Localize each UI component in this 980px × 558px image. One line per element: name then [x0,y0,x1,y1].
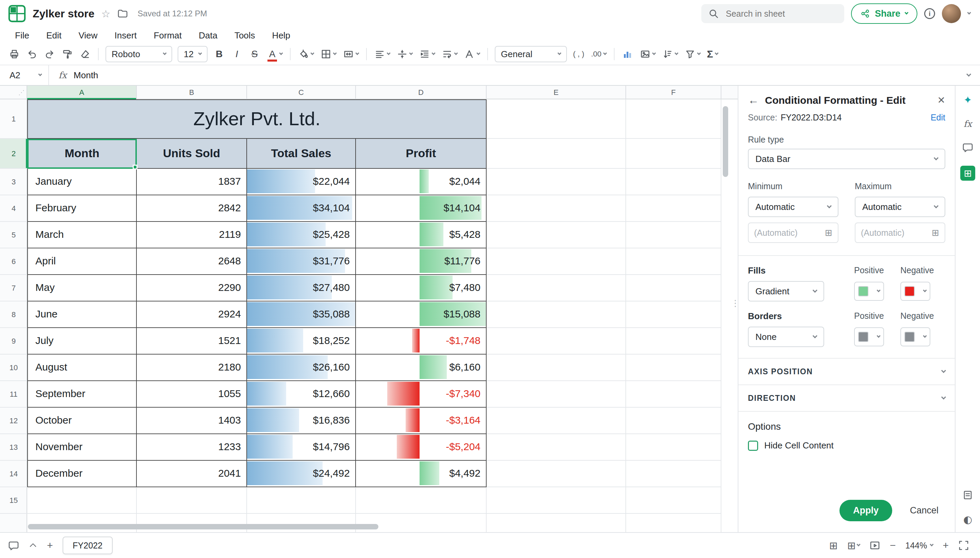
italic-button[interactable]: I [228,45,246,63]
rule-type-select[interactable]: Data Bar [748,149,945,169]
cell-E1[interactable] [487,99,626,139]
insert-image-button[interactable] [636,45,659,63]
cell-D6[interactable]: $11,776 [356,248,487,275]
cell-D14[interactable]: $4,492 [356,461,487,487]
zoom-level-select[interactable]: 144% [906,541,933,550]
comma-format-button[interactable]: ( , ) [570,45,588,63]
menu-data[interactable]: Data [199,30,217,41]
negative-fill-swatch-select[interactable] [900,282,930,301]
cell-C9[interactable]: $18,252 [247,328,356,354]
cell-C15[interactable] [247,487,356,514]
cell-E16[interactable] [487,514,626,532]
fill-color-button[interactable] [295,45,317,63]
vertical-align-button[interactable] [393,45,416,63]
cell-E12[interactable] [487,408,626,434]
cell-E13[interactable] [487,434,626,461]
row-header-5[interactable]: 5 [0,222,27,248]
cell-D10[interactable]: $6,160 [356,354,487,381]
cell-D2[interactable]: Profit [356,139,487,169]
cell-C11[interactable]: $12,660 [247,381,356,408]
cell-B12[interactable]: 1403 [137,408,247,434]
cell-F3[interactable] [626,169,721,195]
cell-F11[interactable] [626,381,721,408]
cell-F2[interactable] [626,139,721,169]
column-header-C[interactable]: C [247,86,356,99]
cell-E7[interactable] [487,275,626,302]
cell-F14[interactable] [626,461,721,487]
sum-button[interactable]: Σ [704,45,721,63]
cell-A5[interactable]: March [27,222,137,248]
cell-C4[interactable]: $34,104 [247,195,356,222]
sheet-tab-fy2022[interactable]: FY2022 [62,537,113,554]
cell-C6[interactable]: $31,776 [247,248,356,275]
borders-select[interactable]: None [748,327,824,347]
folder-icon[interactable] [117,8,128,19]
cell-F8[interactable] [626,302,721,328]
horizontal-scrollbar[interactable] [28,524,378,529]
cell-E8[interactable] [487,302,626,328]
cell-E11[interactable] [487,381,626,408]
cell-F6[interactable] [626,248,721,275]
formula-bar-expand-icon[interactable] [966,72,971,77]
maximum-select[interactable]: Automatic [855,197,945,217]
row-header-2[interactable]: 2 [0,139,27,169]
cell-B3[interactable]: 1837 [137,169,247,195]
text-rotate-button[interactable] [461,45,483,63]
sheet-grid[interactable]: ⋰ ABCDEF123456789101112131415Zylker Pvt.… [0,86,738,532]
cell-A6[interactable]: April [27,248,137,275]
share-button[interactable]: Share [851,3,918,24]
cell-F4[interactable] [626,195,721,222]
cell-D13[interactable]: -$5,204 [356,434,487,461]
cancel-button[interactable]: Cancel [903,500,945,521]
row-header-11[interactable]: 11 [0,381,27,408]
cell-D5[interactable]: $5,428 [356,222,487,248]
cell-B15[interactable] [137,487,247,514]
redo-button[interactable] [41,45,59,63]
positive-border-swatch-select[interactable] [854,327,884,346]
apply-button[interactable]: Apply [839,500,892,521]
cell-A15[interactable] [27,487,137,514]
close-panel-button[interactable]: ✕ [937,95,945,106]
name-box[interactable]: A2 [0,65,49,85]
column-header-A[interactable]: A [27,86,137,99]
decimal-format-button[interactable]: .00 [588,45,610,63]
cell-F1[interactable] [626,99,721,139]
maximum-value-input[interactable]: (Automatic) ⊞ [855,223,945,243]
row-header-15[interactable]: 15 [0,487,27,514]
row-header-7[interactable]: 7 [0,275,27,302]
cell-E10[interactable] [487,354,626,381]
cell-A13[interactable]: November [27,434,137,461]
row-header-13[interactable]: 13 [0,434,27,461]
search-input[interactable] [724,8,837,20]
hide-cell-content-checkbox[interactable] [748,441,758,451]
sheet-list-chevron-icon[interactable] [29,541,38,550]
menu-edit[interactable]: Edit [46,30,62,41]
column-header-E[interactable]: E [487,86,626,99]
present-mode-icon[interactable] [869,540,880,551]
zoom-in-button[interactable]: + [942,540,949,551]
cell-D15[interactable] [356,487,487,514]
cell-C3[interactable]: $22,044 [247,169,356,195]
minimum-select[interactable]: Automatic [748,197,839,217]
panel-resize-handle[interactable]: ⋮ [731,298,740,309]
cell-F10[interactable] [626,354,721,381]
cell-A12[interactable]: October [27,408,137,434]
cell-D11[interactable]: -$7,340 [356,381,487,408]
negative-border-swatch-select[interactable] [900,327,930,346]
fx-icon[interactable]: fx [59,70,67,80]
cell-D3[interactable]: $2,044 [356,169,487,195]
direction-section-toggle[interactable]: DIRECTION [748,385,945,411]
favorite-star-icon[interactable]: ☆ [101,8,110,20]
cell-B4[interactable]: 2842 [137,195,247,222]
number-format-select[interactable]: General [495,46,567,62]
cell-D9[interactable]: -$1,748 [356,328,487,354]
text-wrap-button[interactable] [438,45,461,63]
cell-A1[interactable]: Zylker Pvt. Ltd. [27,99,487,139]
vertical-scrollbar[interactable] [723,106,728,177]
font-family-select[interactable]: Roboto [105,46,172,62]
row-header-12[interactable]: 12 [0,408,27,434]
checklist-icon[interactable] [962,490,973,501]
row-header-9[interactable]: 9 [0,328,27,354]
fills-select[interactable]: Gradient [748,281,824,302]
cell-A7[interactable]: May [27,275,137,302]
